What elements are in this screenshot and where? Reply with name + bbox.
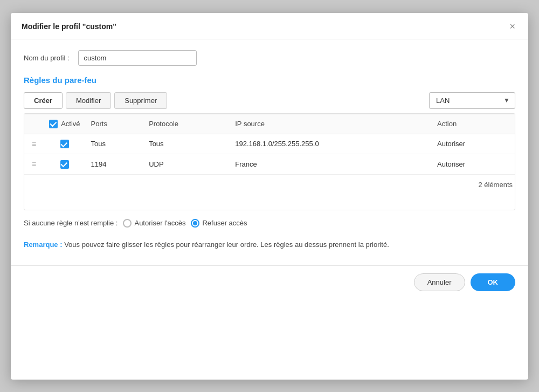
ok-button[interactable]: OK — [471, 273, 516, 291]
table-header: Activé Ports Protocole IP source Action — [24, 114, 515, 134]
row-ip-source: France — [230, 154, 432, 175]
row-protocol: UDP — [143, 154, 230, 175]
row-ports: 1194 — [86, 154, 144, 175]
col-action: Action — [432, 114, 515, 134]
radio-allow[interactable]: Autoriser l'accès — [123, 219, 185, 228]
dialog-body: Nom du profil : Règles du pare-feu Créer… — [11, 39, 528, 262]
row-drag: ≡ — [24, 154, 44, 175]
radio-deny-circle — [191, 219, 199, 228]
firewall-section-title: Règles du pare-feu — [24, 75, 515, 85]
remark: Remarque : Vous pouvez faire glisser les… — [24, 239, 515, 251]
radio-allow-circle — [123, 219, 132, 228]
drag-handle-icon[interactable]: ≡ — [30, 140, 38, 148]
dialog: Modifier le profil "custom" × Nom du pro… — [11, 13, 528, 380]
table-row: ≡ 1194 UDP France Autoriser — [24, 154, 515, 175]
row-checkbox[interactable] — [60, 140, 69, 148]
rules-table: Activé Ports Protocole IP source Action … — [24, 114, 515, 175]
row-checkbox[interactable] — [60, 160, 69, 169]
radio-allow-label: Autoriser l'accès — [134, 219, 185, 227]
row-ip-source: 192.168.1.0/255.255.255.0 — [230, 134, 432, 154]
table-body: ≡ Tous Tous 192.168.1.0/255.255.255.0 Au… — [24, 134, 515, 174]
row-protocol: Tous — [143, 134, 230, 154]
lan-select[interactable]: LAN WAN ALL — [429, 92, 515, 109]
toolbar-left: Créer Modifier Supprimer — [24, 92, 167, 109]
modify-button[interactable]: Modifier — [66, 92, 111, 109]
delete-button[interactable]: Supprimer — [114, 92, 167, 109]
dialog-header: Modifier le profil "custom" × — [11, 13, 528, 39]
no-rule-label: Si aucune règle n'est remplie : — [24, 219, 118, 227]
rules-table-wrapper: Activé Ports Protocole IP source Action … — [24, 113, 515, 210]
elements-count: 2 éléments — [24, 175, 515, 194]
row-active — [44, 154, 85, 175]
dialog-title: Modifier le profil "custom" — [22, 22, 116, 31]
row-action: Autoriser — [432, 134, 515, 154]
col-active: Activé — [44, 114, 85, 134]
close-button[interactable]: × — [507, 20, 517, 32]
row-ports: Tous — [86, 134, 144, 154]
col-drag — [24, 114, 44, 134]
profile-name-input[interactable] — [78, 50, 197, 66]
radio-deny[interactable]: Refuser accès — [191, 219, 247, 228]
row-active — [44, 134, 85, 154]
profile-name-label: Nom du profil : — [24, 54, 70, 62]
cancel-button[interactable]: Annuler — [414, 273, 465, 291]
row-drag: ≡ — [24, 134, 44, 154]
profile-name-row: Nom du profil : — [24, 50, 515, 66]
header-checkbox[interactable] — [49, 120, 58, 128]
col-ip-source: IP source — [230, 114, 432, 134]
create-button[interactable]: Créer — [24, 92, 63, 109]
no-rule-row: Si aucune règle n'est remplie : Autorise… — [24, 210, 515, 232]
col-ports: Ports — [86, 114, 144, 134]
radio-deny-label: Refuser accès — [202, 219, 247, 227]
row-action: Autoriser — [432, 154, 515, 175]
toolbar: Créer Modifier Supprimer LAN WAN ALL ▼ — [24, 92, 515, 109]
table-row: ≡ Tous Tous 192.168.1.0/255.255.255.0 Au… — [24, 134, 515, 154]
remark-text: Vous pouvez faire glisser les règles pou… — [64, 240, 389, 249]
drag-handle-icon[interactable]: ≡ — [30, 160, 38, 168]
col-protocol: Protocole — [143, 114, 230, 134]
lan-select-wrapper: LAN WAN ALL ▼ — [429, 92, 515, 109]
dialog-footer: Annuler OK — [11, 265, 528, 299]
remark-label: Remarque : — [24, 240, 63, 249]
